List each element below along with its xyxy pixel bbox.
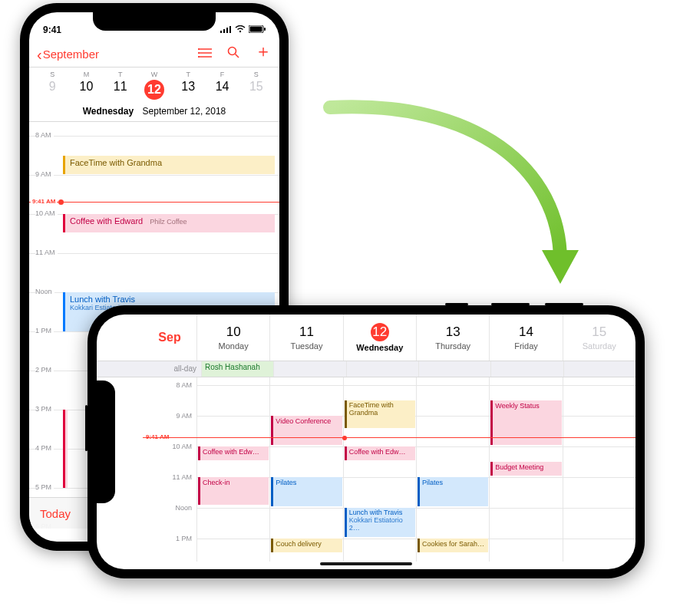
day-header-selected[interactable]: 12Wednesday xyxy=(343,315,416,361)
date-cell[interactable]: 9 xyxy=(35,80,69,100)
svg-point-4 xyxy=(239,31,241,32)
day-header[interactable]: 14Friday xyxy=(489,315,562,361)
event-coffee[interactable]: Coffee with Edward Philz Coffee xyxy=(63,214,275,232)
add-event-icon[interactable]: ＋ xyxy=(255,46,272,62)
date-cell[interactable]: 13 xyxy=(171,80,205,100)
battery-icon xyxy=(249,25,266,35)
allday-row: all-day Rosh Hashanah xyxy=(97,361,635,377)
svg-point-13 xyxy=(198,56,200,58)
svg-point-11 xyxy=(198,48,200,50)
back-button[interactable]: ‹ September xyxy=(37,47,99,62)
notch xyxy=(97,380,115,503)
week-grid[interactable]: 9:41 AM 8 AM 9 AM 10 AM 11 AM Noon 1 PM … xyxy=(97,377,635,562)
time-gutter: 8 AM 9 AM 10 AM 11 AM Noon 1 PM xyxy=(143,377,196,562)
phone-landscape-frame: Sep 10Monday 11Tuesday 12Wednesday 13Thu… xyxy=(87,305,645,578)
wifi-icon xyxy=(235,25,246,35)
week-header: Sep 10Monday 11Tuesday 12Wednesday 13Thu… xyxy=(97,315,635,361)
event-coffee-wed[interactable]: Coffee with Edw… xyxy=(345,446,415,460)
date-cell[interactable]: 15 xyxy=(239,80,273,100)
event-budget[interactable]: Budget Meeting xyxy=(490,462,561,476)
signal-icon xyxy=(220,25,232,35)
day-column: FaceTime with Grandma Coffee with Edw… L… xyxy=(343,377,416,562)
svg-rect-3 xyxy=(229,26,231,33)
rotation-arrow-icon xyxy=(299,100,622,315)
event-video-conf[interactable]: Video Conference xyxy=(271,416,342,445)
event-coffee-mon[interactable]: Coffee with Edw… xyxy=(198,446,269,460)
svg-rect-0 xyxy=(220,31,222,33)
day-column: Pilates Cookies for Sarah… xyxy=(416,377,489,562)
event-checkin[interactable]: Check-in xyxy=(198,477,269,505)
event-pilates-tue[interactable]: Pilates xyxy=(271,477,342,506)
day-header[interactable]: 13Thursday xyxy=(416,315,489,361)
event-pilates-thu[interactable]: Pilates xyxy=(418,477,488,506)
status-icons xyxy=(220,25,266,35)
svg-rect-6 xyxy=(250,27,262,32)
home-indicator[interactable] xyxy=(320,562,412,565)
day-column xyxy=(563,377,635,562)
date-cell[interactable]: 10 xyxy=(69,80,103,100)
event-cookies[interactable]: Cookies for Sarah… xyxy=(418,539,488,552)
event-facetime[interactable]: FaceTime with Grandma xyxy=(345,400,415,428)
day-header[interactable]: 11Tuesday xyxy=(269,315,342,361)
event-stub[interactable] xyxy=(63,410,68,488)
now-indicator: 9:41 AM xyxy=(143,437,635,438)
day-column: Weekly Status Budget Meeting xyxy=(489,377,562,562)
day-header[interactable]: 15Saturday xyxy=(563,315,635,361)
date-cell-selected[interactable]: 12 xyxy=(137,80,171,100)
landscape-screen: Sep 10Monday 11Tuesday 12Wednesday 13Thu… xyxy=(97,315,635,569)
back-label: September xyxy=(43,48,99,61)
allday-event[interactable]: Rosh Hashanah xyxy=(201,361,273,377)
notch xyxy=(93,12,216,31)
list-view-icon[interactable] xyxy=(198,46,212,62)
svg-point-14 xyxy=(229,48,236,55)
date-cell[interactable]: 14 xyxy=(205,80,239,100)
svg-point-12 xyxy=(198,52,200,54)
day-column: Coffee with Edw… Check-in xyxy=(196,377,269,562)
date-row: 9 10 11 12 13 14 15 xyxy=(29,80,279,103)
svg-line-15 xyxy=(236,54,239,58)
chevron-left-icon: ‹ xyxy=(37,47,42,62)
nav-bar: ‹ September ＋ xyxy=(29,43,279,68)
weekday-row: S M T W T F S xyxy=(29,68,279,80)
svg-marker-16 xyxy=(542,250,579,284)
day-column: Video Conference Pilates Couch delivery xyxy=(269,377,342,562)
full-date-label: Wednesday September 12, 2018 xyxy=(29,103,279,122)
status-time: 9:41 xyxy=(43,25,61,35)
day-header[interactable]: 10Monday xyxy=(196,315,269,361)
event-couch[interactable]: Couch delivery xyxy=(271,539,342,552)
svg-rect-1 xyxy=(223,29,225,33)
date-cell[interactable]: 11 xyxy=(104,80,137,100)
svg-rect-7 xyxy=(264,28,266,31)
svg-rect-2 xyxy=(226,28,228,33)
event-lunch[interactable]: Lunch with Travis Kokkari Estiatorio 2… xyxy=(345,508,415,537)
now-indicator: 9:41 AM xyxy=(29,202,279,203)
event-facetime[interactable]: FaceTime with Grandma xyxy=(63,156,275,174)
search-icon[interactable] xyxy=(227,46,239,62)
month-back-button[interactable]: Sep xyxy=(143,315,196,361)
event-weekly[interactable]: Weekly Status xyxy=(490,400,561,445)
